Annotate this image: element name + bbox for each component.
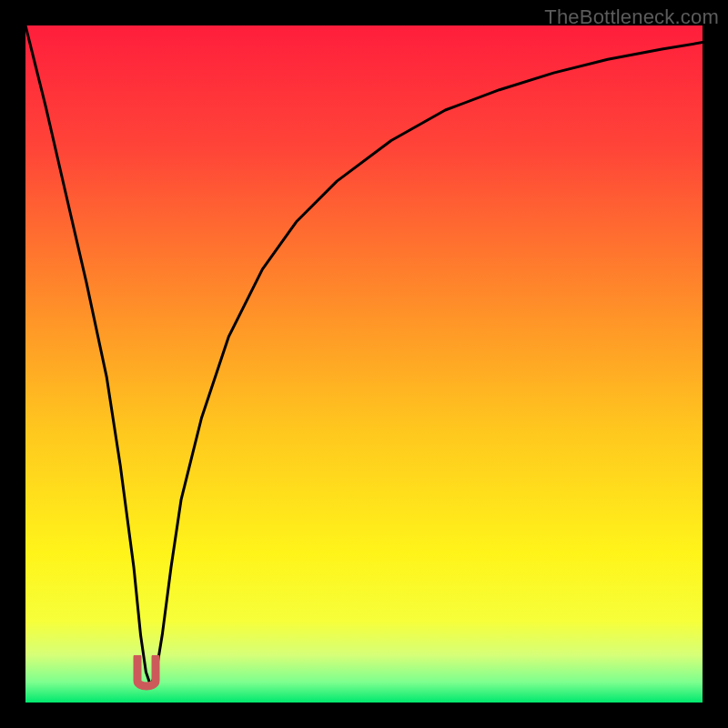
bottleneck-curve xyxy=(25,25,703,703)
u-shape-icon xyxy=(133,655,160,692)
plot-area xyxy=(25,25,703,703)
chart-frame: TheBottleneck.com xyxy=(0,0,728,728)
optimal-point-marker xyxy=(133,655,160,692)
